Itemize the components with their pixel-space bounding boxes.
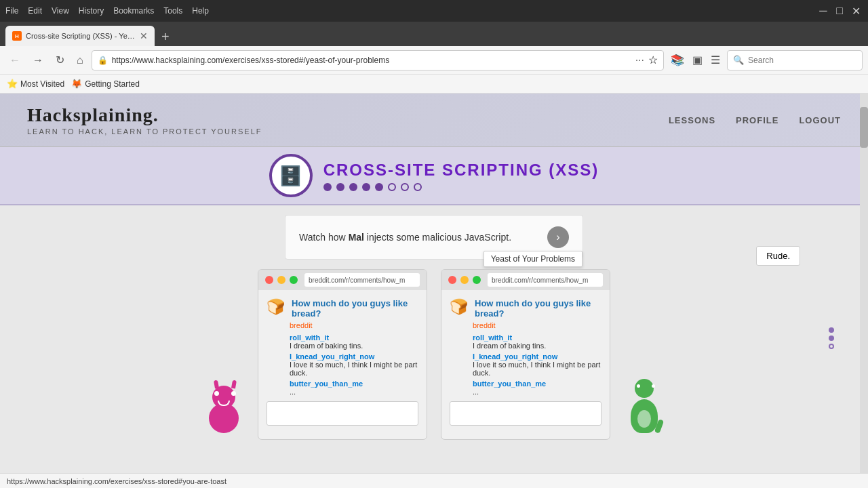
site-logo-title: Hacksplaining. bbox=[27, 104, 262, 126]
breddit-username-left: breddit bbox=[290, 321, 418, 329]
browser-titlebar: File Edit View History Bookmarks Tools H… bbox=[0, 0, 868, 22]
mock-min-dot bbox=[277, 276, 285, 284]
comment-2-left: I_knead_you_right_now I love it so much,… bbox=[290, 352, 418, 377]
browser-tabbar: H Cross-site Scripting (XSS) - Yea... ✕ … bbox=[0, 22, 868, 46]
status-url: https://www.hacksplaining.com/exercises/… bbox=[7, 477, 226, 485]
mock-address-left: breddit.com/r/comments/how_m bbox=[304, 273, 420, 287]
most-visited-icon: ⭐ bbox=[7, 79, 18, 89]
mock-min-dot-r bbox=[460, 276, 469, 284]
bread-icon-left: 🍞 bbox=[267, 298, 285, 316]
menu-button[interactable]: ☰ bbox=[708, 51, 723, 69]
status-bar: https://www.hacksplaining.com/exercises/… bbox=[0, 473, 868, 488]
nav-profile[interactable]: Profile bbox=[736, 115, 778, 125]
menu-tools[interactable]: Tools bbox=[163, 6, 182, 16]
progress-dot-2[interactable] bbox=[336, 183, 344, 191]
menu-bookmarks[interactable]: Bookmarks bbox=[113, 6, 154, 16]
nav-logout[interactable]: Logout bbox=[799, 115, 841, 125]
xss-title: Cross-Site Scripting (XSS) bbox=[323, 161, 599, 180]
menu-view[interactable]: View bbox=[52, 6, 69, 16]
tab-title: Cross-site Scripting (XSS) - Yea... bbox=[26, 32, 136, 40]
search-input[interactable] bbox=[748, 56, 856, 65]
dot-mid bbox=[829, 336, 834, 341]
address-input[interactable] bbox=[112, 56, 631, 65]
right-browser-panel: breddit.com/r/comments/how_m 🍞 How much … bbox=[441, 269, 610, 440]
most-visited-label: Most Visited bbox=[20, 79, 64, 89]
mal-character bbox=[203, 386, 244, 433]
menu-help[interactable]: Help bbox=[192, 6, 209, 16]
search-icon: 🔍 bbox=[733, 55, 744, 65]
bookmark-getting-started[interactable]: 🦊 Getting Started bbox=[71, 79, 140, 89]
victim-character bbox=[624, 379, 665, 433]
bookmark-most-visited[interactable]: ⭐ Most Visited bbox=[7, 79, 64, 89]
browser-menu: File Edit View History Bookmarks Tools H… bbox=[5, 6, 209, 16]
mock-close-dot bbox=[265, 276, 273, 284]
minimize-button[interactable]: ─ bbox=[816, 5, 830, 18]
comment-2-right: I_knead_you_right_now I love it so much,… bbox=[473, 352, 601, 377]
synced-tabs-button[interactable]: 📚 bbox=[668, 51, 687, 69]
progress-dot-7[interactable] bbox=[401, 183, 409, 191]
post-title-left: 🍞 How much do you guys like bread? bbox=[267, 298, 418, 319]
progress-dot-6[interactable] bbox=[388, 183, 396, 191]
left-browser-panel: breddit.com/r/comments/how_m 🍞 How much … bbox=[258, 269, 427, 440]
forward-button[interactable]: → bbox=[28, 52, 47, 69]
right-input-area[interactable] bbox=[450, 401, 601, 426]
right-mock-content: 🍞 How much do you guys like bread? bredd… bbox=[441, 290, 610, 439]
mock-close-dot-r bbox=[448, 276, 456, 284]
progress-dot-8[interactable] bbox=[414, 183, 422, 191]
address-more-button[interactable]: ··· bbox=[635, 54, 644, 66]
reload-button[interactable]: ↻ bbox=[52, 51, 68, 69]
progress-dot-3[interactable] bbox=[349, 183, 357, 191]
rude-button[interactable]: Rude. bbox=[756, 246, 800, 266]
left-mock-content: 🍞 How much do you guys like bread? bredd… bbox=[258, 290, 427, 439]
lock-icon: 🔒 bbox=[98, 56, 108, 65]
page-content: Hacksplaining. Learn to hack, learn to p… bbox=[0, 94, 868, 488]
nav-lessons[interactable]: Lessons bbox=[669, 115, 715, 125]
site-tagline: Learn to hack, learn to protect yourself bbox=[27, 127, 262, 136]
instruction-box: Watch how Mal injects some malicious Jav… bbox=[285, 215, 583, 260]
comment-1-right: roll_with_it I dream of baking tins. bbox=[473, 333, 601, 350]
browser-navbar: ← → ↻ ⌂ 🔒 ··· ☆ 📚 ▣ ☰ 🔍 bbox=[0, 46, 868, 75]
sidebar-button[interactable]: ▣ bbox=[690, 51, 705, 69]
window-controls: ─ □ ✕ bbox=[816, 5, 863, 18]
xss-title-area: Cross-Site Scripting (XSS) bbox=[323, 161, 599, 191]
comment-3-right: butter_you_than_me ... bbox=[473, 380, 601, 396]
site-nav: Lessons Profile Logout bbox=[669, 115, 841, 125]
progress-dot-1[interactable] bbox=[323, 183, 332, 191]
progress-dot-4[interactable] bbox=[362, 183, 370, 191]
scrollbar-thumb[interactable] bbox=[860, 107, 868, 148]
browser-tab[interactable]: H Cross-site Scripting (XSS) - Yea... ✕ bbox=[5, 26, 155, 46]
address-bar[interactable]: 🔒 ··· ☆ bbox=[92, 50, 664, 70]
maximize-button[interactable]: □ bbox=[833, 5, 846, 18]
dot-top bbox=[829, 327, 834, 333]
comment-3-left: butter_you_than_me ... bbox=[290, 380, 418, 396]
dot-bottom bbox=[829, 344, 834, 349]
next-button[interactable]: › Yeast of Your Problems bbox=[547, 226, 569, 248]
bookmark-star-icon[interactable]: ☆ bbox=[648, 54, 658, 66]
close-button[interactable]: ✕ bbox=[849, 5, 863, 18]
xss-banner: 🗄️ Cross-Site Scripting (XSS) bbox=[0, 147, 868, 205]
left-input-area[interactable] bbox=[267, 401, 418, 426]
search-bar[interactable]: 🔍 bbox=[727, 50, 863, 70]
menu-history[interactable]: History bbox=[79, 6, 104, 16]
progress-dots bbox=[323, 183, 599, 191]
mock-max-dot-r bbox=[473, 276, 481, 284]
tooltip: Yeast of Your Problems bbox=[484, 251, 583, 267]
bread-icon-right: 🍞 bbox=[450, 298, 468, 316]
site-logo: Hacksplaining. Learn to hack, learn to p… bbox=[27, 104, 262, 136]
progress-dot-5[interactable] bbox=[375, 183, 383, 191]
tab-close-button[interactable]: ✕ bbox=[140, 31, 148, 41]
back-button[interactable]: ← bbox=[5, 52, 24, 69]
page-scrollbar[interactable] bbox=[860, 94, 868, 488]
tab-favicon: H bbox=[12, 31, 22, 41]
mal-name: Mal bbox=[349, 232, 364, 243]
new-tab-button[interactable]: + bbox=[157, 29, 174, 45]
menu-file[interactable]: File bbox=[5, 6, 18, 16]
instruction-text: Watch how Mal injects some malicious Jav… bbox=[299, 232, 511, 243]
menu-edit[interactable]: Edit bbox=[28, 6, 42, 16]
post-title-right: 🍞 How much do you guys like bread? bbox=[450, 298, 601, 319]
home-button[interactable]: ⌂ bbox=[73, 52, 87, 69]
xss-icon: 🗄️ bbox=[269, 154, 313, 197]
animation-dots bbox=[829, 327, 834, 349]
site-header: Hacksplaining. Learn to hack, learn to p… bbox=[0, 94, 868, 147]
comment-1-left: roll_with_it I dream of baking tins. bbox=[290, 333, 418, 350]
